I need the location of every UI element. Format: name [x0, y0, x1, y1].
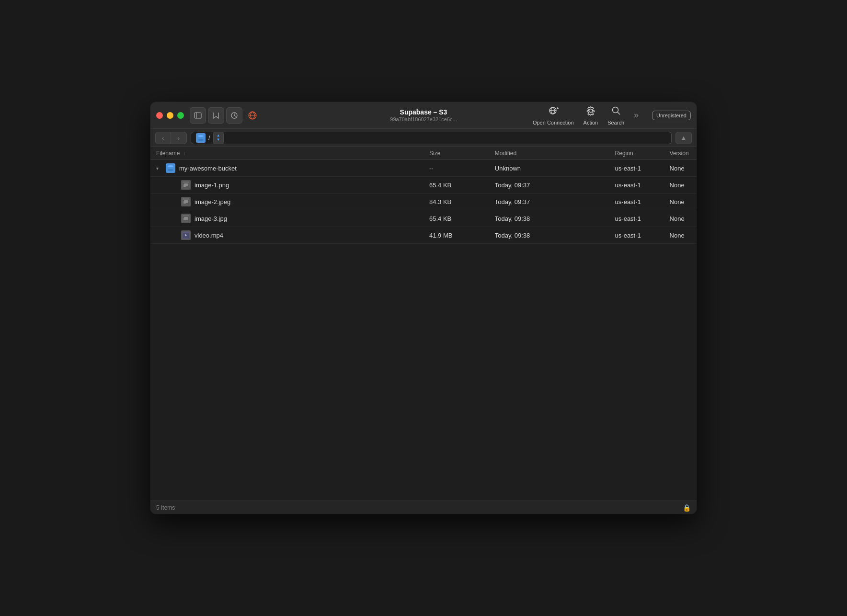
- navbar: ‹ › / ▲ ▼ ▲: [150, 129, 697, 147]
- status-items-count: 5 Items: [156, 504, 175, 511]
- nav-arrows: ‹ ›: [155, 132, 187, 144]
- filename-text: image-2.jpeg: [195, 198, 230, 205]
- lock-icon: 🔒: [683, 504, 691, 512]
- file-list-container[interactable]: Filename ↑ Size Modified Region Version: [150, 147, 697, 501]
- col-header-version[interactable]: Version: [664, 147, 697, 160]
- path-text: /: [208, 134, 210, 141]
- globe-plus-icon: [548, 105, 559, 118]
- svg-rect-0: [195, 113, 201, 118]
- filename-cell: ▾ my-awesome-bucket: [150, 160, 424, 177]
- sort-indicator: ↑: [183, 151, 186, 156]
- col-header-filename[interactable]: Filename ↑: [150, 147, 424, 160]
- version-cell: None: [664, 194, 697, 210]
- svg-point-17: [168, 169, 173, 171]
- size-cell: --: [424, 160, 489, 177]
- bucket-icon: [166, 163, 175, 173]
- size-cell: 65.4 KB: [424, 210, 489, 227]
- main-window: Supabase – S3 99a70abf186027e321ce6c... …: [150, 102, 697, 514]
- stepper-down-icon: ▼: [217, 138, 220, 142]
- size-cell: 41.9 MB: [424, 227, 489, 244]
- open-connection-label: Open Connection: [533, 120, 574, 125]
- more-button[interactable]: »: [634, 110, 639, 120]
- filename-cell: video.mp4: [150, 227, 424, 244]
- path-stepper[interactable]: ▲ ▼: [213, 132, 224, 144]
- filename-cell: image-1.png: [150, 177, 424, 194]
- expand-arrow[interactable]: ▾: [156, 166, 162, 171]
- filename-text: video.mp4: [195, 232, 223, 239]
- forward-button[interactable]: ›: [171, 132, 186, 144]
- col-header-modified[interactable]: Modified: [489, 147, 609, 160]
- aws-bucket-icon: [196, 133, 206, 143]
- filename-cell: image-2.jpeg: [150, 194, 424, 210]
- unregistered-badge[interactable]: Unregistered: [652, 111, 691, 120]
- modified-cell: Today, 09:37: [489, 177, 609, 194]
- image-file-icon: [181, 180, 191, 190]
- svg-rect-31: [183, 232, 189, 233]
- history-button[interactable]: [226, 107, 242, 124]
- svg-point-14: [198, 139, 204, 141]
- table-row[interactable]: ▾ my-awesome-bucket -- Unknown us-east-1: [150, 160, 697, 177]
- col-header-size[interactable]: Size: [424, 147, 489, 160]
- modified-cell: Today, 09:38: [489, 227, 609, 244]
- size-cell: 84.3 KB: [424, 194, 489, 210]
- svg-rect-27: [183, 215, 189, 217]
- version-cell: None: [664, 210, 697, 227]
- image-file-icon: [181, 214, 191, 223]
- up-directory-button[interactable]: ▲: [675, 132, 692, 144]
- traffic-lights: [156, 112, 184, 119]
- svg-rect-25: [187, 201, 188, 202]
- search-button[interactable]: Search: [607, 105, 624, 125]
- titlebar: Supabase – S3 99a70abf186027e321ce6c... …: [150, 102, 697, 129]
- table-row[interactable]: image-1.png 65.4 KB Today, 09:37 us-east…: [150, 177, 697, 194]
- svg-point-13: [198, 135, 204, 137]
- sidebar-toggle-button[interactable]: [190, 107, 206, 124]
- filename-text: my-awesome-bucket: [179, 165, 237, 172]
- path-bar[interactable]: / ▲ ▼: [191, 132, 672, 144]
- modified-cell: Today, 09:38: [489, 210, 609, 227]
- filename-text: image-1.png: [195, 182, 229, 189]
- svg-line-11: [618, 112, 620, 114]
- svg-point-10: [612, 107, 618, 113]
- stepper-up-icon: ▲: [217, 134, 220, 137]
- svg-rect-28: [183, 218, 186, 220]
- version-cell: None: [664, 160, 697, 177]
- region-cell: us-east-1: [609, 210, 664, 227]
- action-button[interactable]: Action: [584, 105, 598, 125]
- video-file-icon: [181, 230, 191, 240]
- region-cell: us-east-1: [609, 194, 664, 210]
- region-cell: us-east-1: [609, 160, 664, 177]
- toolbar-icons: [190, 107, 261, 124]
- maximize-button[interactable]: [177, 112, 184, 119]
- file-table: Filename ↑ Size Modified Region Version: [150, 147, 697, 244]
- table-row[interactable]: video.mp4 41.9 MB Today, 09:38 us-east-1…: [150, 227, 697, 244]
- table-row[interactable]: image-2.jpeg 84.3 KB Today, 09:37 us-eas…: [150, 194, 697, 210]
- close-button[interactable]: [156, 112, 163, 119]
- search-icon: [611, 105, 621, 118]
- back-button[interactable]: ‹: [156, 132, 171, 144]
- svg-point-9: [589, 109, 592, 112]
- minimize-button[interactable]: [167, 112, 173, 119]
- region-cell: us-east-1: [609, 177, 664, 194]
- action-label: Action: [584, 120, 598, 125]
- svg-rect-21: [187, 184, 188, 185]
- svg-rect-24: [183, 201, 186, 204]
- col-header-region[interactable]: Region: [609, 147, 664, 160]
- window-title: Supabase – S3: [400, 108, 447, 116]
- svg-point-16: [168, 165, 173, 167]
- modified-cell: Today, 09:37: [489, 194, 609, 210]
- table-header-row: Filename ↑ Size Modified Region Version: [150, 147, 697, 160]
- table-row[interactable]: image-3.jpg 65.4 KB Today, 09:38 us-east…: [150, 210, 697, 227]
- version-cell: None: [664, 227, 697, 244]
- bookmarks-button[interactable]: [208, 107, 224, 124]
- filename-cell: image-3.jpg: [150, 210, 424, 227]
- window-subtitle: 99a70abf186027e321ce6c...: [390, 116, 457, 122]
- file-list-body: ▾ my-awesome-bucket -- Unknown us-east-1: [150, 160, 697, 244]
- filename-text: image-3.jpg: [195, 215, 227, 222]
- gear-icon: [585, 105, 596, 118]
- statusbar: 5 Items 🔒: [150, 501, 697, 514]
- region-cell: us-east-1: [609, 227, 664, 244]
- connection-icon-button[interactable]: [244, 107, 261, 124]
- modified-cell: Unknown: [489, 160, 609, 177]
- open-connection-button[interactable]: Open Connection: [533, 105, 574, 125]
- svg-rect-23: [183, 198, 189, 200]
